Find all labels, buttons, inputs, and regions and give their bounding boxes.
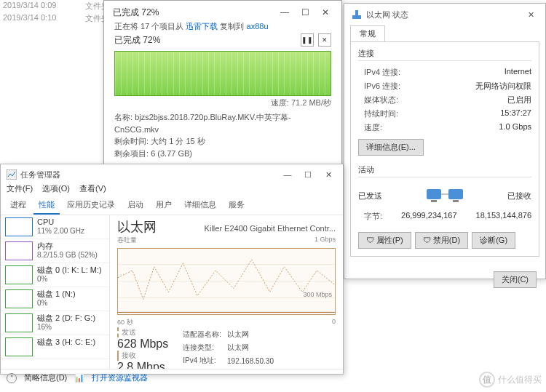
adapter-info-table: 适配器名称:以太网 连接类型:以太网 IPv4 地址:192.168.50.30…: [181, 327, 334, 369]
menu-file[interactable]: 文件(F): [7, 184, 33, 193]
ethernet-heading: 以太网: [117, 218, 157, 236]
watermark: 值什么值得买: [479, 372, 542, 388]
tab-general[interactable]: 常规: [350, 25, 385, 41]
pause-button[interactable]: ❚❚: [301, 33, 314, 47]
close-dialog-button[interactable]: 关闭(C): [494, 271, 537, 288]
section-activity: 活动: [358, 164, 531, 175]
copy-details: 名称: bjzs2bjss.2018.720p.BluRay.MKV.中英字幕-…: [104, 111, 341, 165]
network-icon: [352, 9, 362, 20]
menu-options[interactable]: 选项(O): [42, 184, 70, 193]
sent-label: 已发送: [358, 191, 382, 201]
minimize-button[interactable]: —: [274, 5, 295, 20]
task-manager-window: 任务管理器 — ☐ ✕ 文件(F) 选项(O) 查看(V) 进程 性能 应用历史…: [0, 164, 344, 375]
sidebar-item-memory[interactable]: 内存8.2/15.9 GB (52%): [1, 239, 109, 263]
task-manager-icon: [7, 169, 17, 180]
open-resource-monitor-link[interactable]: 打开资源监视器: [92, 372, 148, 383]
svg-rect-4: [448, 189, 463, 199]
throughput-graph: 300 Mbps: [117, 248, 336, 315]
resource-monitor-icon: 📊: [74, 373, 84, 383]
maximize-button[interactable]: ☐: [295, 5, 315, 20]
svg-rect-1: [355, 10, 358, 15]
bytes-received: 18,153,144,876: [476, 211, 531, 222]
svg-rect-3: [431, 200, 437, 202]
minimize-button[interactable]: —: [277, 167, 298, 182]
recv-value: 2.8 Mbps: [117, 361, 168, 369]
tab-strip: 进程 性能 应用历史记录 启动 用户 详细信息 服务: [1, 196, 343, 215]
copy-subtitle: 正在将 17 个项目从 迅雷下载 复制到 ax88u: [104, 21, 341, 32]
copy-dest-link[interactable]: ax88u: [247, 22, 269, 31]
ethernet-status-dialog: 以太网 状态 ✕ 常规 连接 IPv4 连接:Internet IPv6 连接:…: [344, 3, 546, 279]
svg-rect-5: [453, 200, 459, 202]
svg-rect-7: [7, 169, 17, 180]
recv-label: 接收: [117, 351, 168, 361]
sidebar-item-disk3[interactable]: 磁盘 3 (H: C: E:): [1, 335, 109, 359]
disable-button[interactable]: 🛡 禁用(D): [415, 232, 468, 249]
tab-processes[interactable]: 进程: [5, 196, 31, 213]
performance-sidebar: CPU11% 2.00 GHz 内存8.2/15.9 GB (52%) 磁盘 0…: [1, 215, 110, 369]
properties-button[interactable]: 🛡 属性(P): [358, 232, 411, 249]
copy-progress-dialog: 已完成 72% — ☐ ✕ 正在将 17 个项目从 迅雷下载 复制到 ax88u…: [103, 0, 342, 189]
ethernet-dialog-title: 以太网 状态: [366, 9, 521, 20]
svg-rect-0: [352, 15, 361, 19]
copy-progress-text: 已完成 72%: [114, 34, 296, 47]
send-value: 628 Mbps: [117, 337, 168, 351]
received-label: 已接收: [507, 191, 531, 201]
section-connection: 连接: [358, 48, 531, 59]
tab-startup[interactable]: 启动: [122, 196, 149, 213]
send-label: 发送: [117, 327, 168, 337]
maximize-button[interactable]: ☐: [298, 167, 318, 182]
tab-details[interactable]: 详细信息: [179, 196, 221, 213]
brief-info-link[interactable]: 简略信息(D): [24, 372, 67, 383]
cancel-copy-button[interactable]: ✕: [318, 33, 331, 47]
computers-icon: [425, 185, 464, 207]
tab-users[interactable]: 用户: [151, 196, 177, 213]
performance-detail: 以太网 Killer E2400 Gigabit Ethernet Contr.…: [110, 215, 343, 369]
menu-view[interactable]: 查看(V): [79, 184, 106, 193]
menu-bar: 文件(F) 选项(O) 查看(V): [1, 183, 343, 196]
close-button[interactable]: ✕: [521, 7, 541, 22]
svg-rect-2: [427, 189, 441, 199]
adapter-name: Killer E2400 Gigabit Ethernet Contr...: [162, 224, 336, 233]
tab-services[interactable]: 服务: [223, 196, 250, 213]
sidebar-item-cpu[interactable]: CPU11% 2.00 GHz: [1, 215, 109, 239]
tab-app-history[interactable]: 应用历史记录: [62, 196, 120, 213]
task-manager-title: 任务管理器: [20, 169, 277, 180]
copy-dialog-title: 已完成 72%: [113, 7, 159, 19]
details-button[interactable]: 详细信息(E)...: [358, 139, 424, 156]
close-button[interactable]: ✕: [318, 167, 339, 182]
copy-speed-graph: [114, 51, 331, 96]
sidebar-item-disk2[interactable]: 磁盘 2 (D: F: G:)16%: [1, 311, 109, 335]
copy-source-link[interactable]: 迅雷下载: [186, 22, 218, 31]
tab-performance[interactable]: 性能: [33, 196, 60, 215]
explorer-background: 2019/3/14 0:09文件夹 2019/3/14 0:10文件夹: [0, 0, 112, 25]
close-button[interactable]: ✕: [315, 5, 336, 20]
sidebar-item-disk1[interactable]: 磁盘 1 (N:)0%: [1, 287, 109, 311]
bytes-sent: 26,999,234,167: [401, 211, 456, 222]
diagnose-button[interactable]: 诊断(G): [472, 232, 515, 249]
copy-speed-label: 速度: 71.2 MB/秒: [104, 97, 341, 111]
chevron-up-icon[interactable]: ˄: [7, 373, 17, 383]
sidebar-item-disk0[interactable]: 磁盘 0 (I: K: L: M:)0%: [1, 263, 109, 287]
